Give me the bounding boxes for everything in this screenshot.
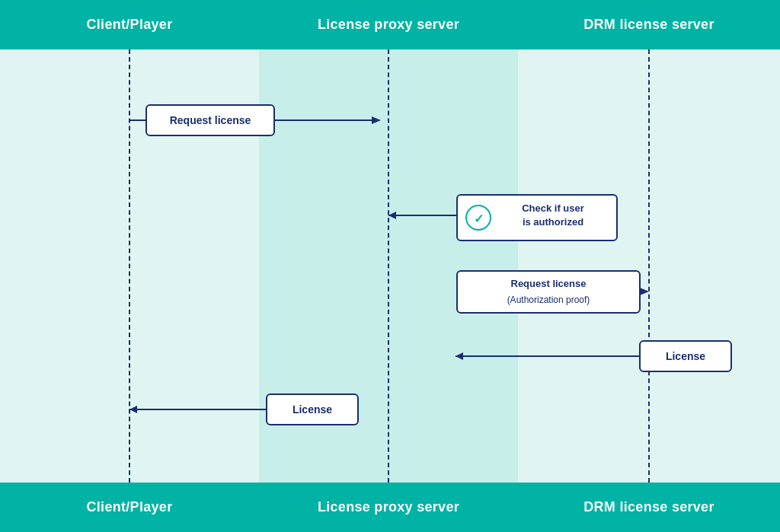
drm-header: DRM license server <box>518 0 780 49</box>
client-column: Client/Player Client/Player <box>0 0 259 532</box>
proxy-content <box>259 49 518 483</box>
proxy-column: License proxy server License proxy serve… <box>259 0 518 532</box>
client-header: Client/Player <box>0 0 259 49</box>
proxy-header: License proxy server <box>259 0 518 49</box>
drm-footer: DRM license server <box>518 483 780 532</box>
drm-dashed-line <box>648 49 650 483</box>
client-content <box>0 49 259 483</box>
drm-column: DRM license server DRM license server <box>518 0 780 532</box>
proxy-dashed-line <box>388 49 389 483</box>
diagram: Client/Player Client/Player License prox… <box>0 0 780 532</box>
columns: Client/Player Client/Player License prox… <box>0 0 780 532</box>
drm-content <box>518 49 780 483</box>
client-footer: Client/Player <box>0 483 259 532</box>
proxy-footer: License proxy server <box>259 483 518 532</box>
client-dashed-line <box>129 49 130 483</box>
